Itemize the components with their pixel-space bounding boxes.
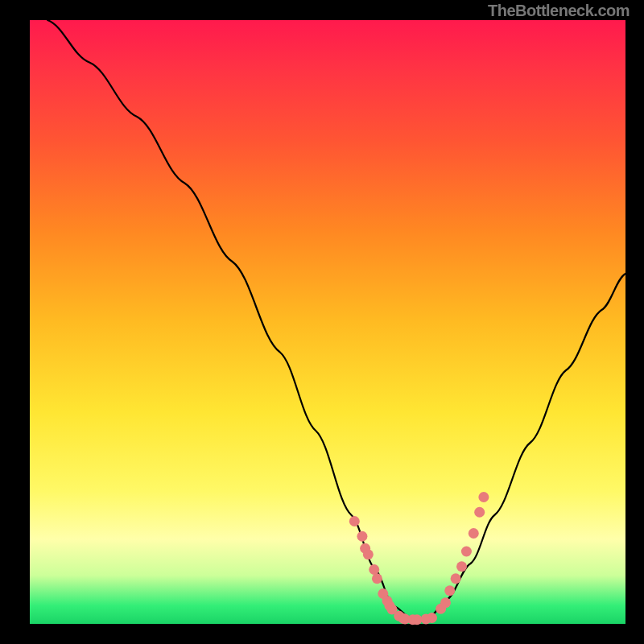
chart-frame: TheBottleneck.com (0, 0, 644, 644)
chart-title (0, 0, 1, 1)
watermark-text: TheBottleneck.com (488, 2, 630, 20)
plot-area (30, 20, 625, 624)
